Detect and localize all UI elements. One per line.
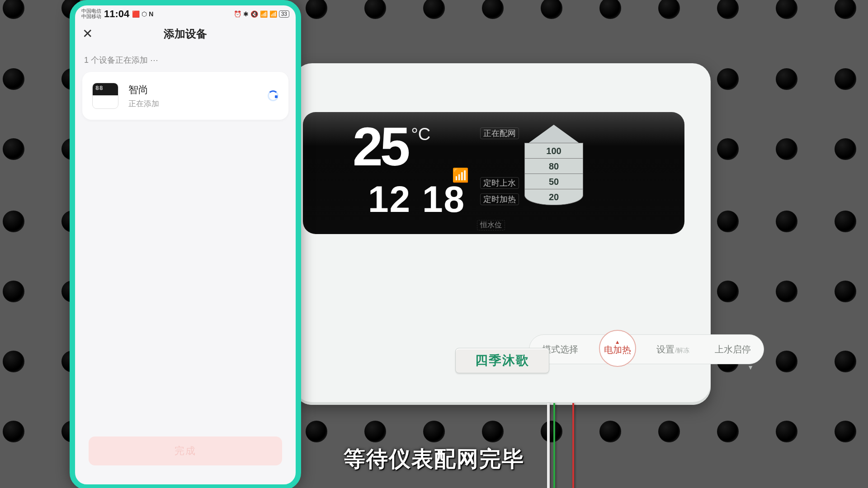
status-time: 11:04 [104, 8, 129, 20]
device-name: 智尚 [128, 83, 258, 97]
pairing-label: 正在配网 [480, 127, 519, 139]
device-thumbnail [92, 83, 118, 109]
temperature-unit: °C [411, 125, 430, 144]
timer-heat-label: 定时加热 [480, 193, 519, 205]
thermostat-panel: 25 °C 📶 12 18 正在配网 定时上水 定时加热 100 80 50 2… [294, 63, 711, 405]
status-bar: 中国电信 中国移动 11:04 🟥 ⬡ N ⏰ ✱ 🔇 📶 📶 33 [75, 5, 296, 21]
video-caption: 等待仪表配网完毕 [344, 445, 524, 474]
carrier-labels: 中国电信 中国移动 [81, 9, 101, 19]
level-80: 80 [524, 158, 583, 174]
adding-hint: 1 个设备正在添加 ⋯ [75, 46, 296, 72]
device-cable [547, 403, 574, 488]
time-readout: 12 18 [368, 178, 465, 221]
brand-label: 四季沐歌 [455, 348, 549, 373]
done-button[interactable]: 完成 [89, 436, 282, 465]
status-left-icons: 🟥 ⬡ N [132, 10, 153, 18]
brand-badge: 四季沐歌 [455, 348, 549, 373]
phone-frame: 中国电信 中国移动 11:04 🟥 ⬡ N ⏰ ✱ 🔇 📶 📶 33 ✕ 添加设… [70, 0, 301, 488]
fill-button[interactable]: 上水启停 [710, 343, 755, 356]
level-50: 50 [524, 174, 583, 190]
level-20: 20 [524, 189, 583, 205]
keep-level-label: 恒水位 [477, 220, 505, 230]
lcd-display: 25 °C 📶 12 18 正在配网 定时上水 定时加热 100 80 50 2… [303, 112, 684, 234]
page-title: 添加设备 [75, 27, 296, 41]
nav-bar: ✕ 添加设备 [75, 21, 296, 46]
device-status: 正在添加 [128, 99, 258, 109]
loading-spinner-icon [268, 90, 278, 101]
status-right-icons: ⏰ ✱ 🔇 📶 📶 33 [234, 10, 289, 18]
level-100: 100 [524, 143, 583, 159]
settings-button[interactable]: 设置/解冻 [652, 343, 694, 356]
timer-fill-label: 定时上水 [480, 177, 519, 189]
heat-button-label: 电加热 [604, 344, 631, 356]
device-card[interactable]: 智尚 正在添加 [82, 72, 288, 120]
temperature-readout: 25 °C [353, 122, 430, 171]
up-arrow-icon: ▲ [615, 341, 620, 344]
loading-dots-icon: ⋯ [150, 56, 158, 65]
heat-button[interactable]: ▲ 电加热 [599, 330, 636, 367]
control-button-bar: 模式选择 ▲ 电加热 设置/解冻 上水启停 ▼ [529, 334, 764, 364]
temperature-value: 25 [353, 122, 407, 171]
water-level-gauge: 100 80 50 20 [524, 125, 583, 210]
down-arrow-icon: ▼ [747, 364, 754, 371]
